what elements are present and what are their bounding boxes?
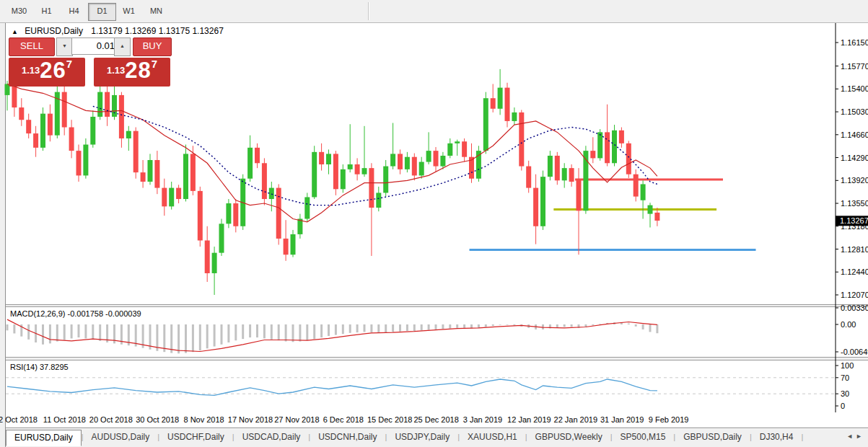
price-tick-label: 1.14660 [841, 130, 868, 139]
symbol-tab-usdchf[interactable]: USDCHF,Daily [159, 430, 232, 445]
candle [341, 169, 346, 189]
date-tick-label: 25 Dec 2018 [413, 415, 458, 424]
candle [562, 168, 567, 180]
candle [605, 132, 610, 163]
volume-increase-button[interactable]: ▲ [114, 37, 131, 56]
tab-scroll-left-icon[interactable]: ◄ [846, 433, 856, 440]
date-tick-label: 11 Oct 2018 [43, 415, 86, 424]
symbol-tab-bar: EURUSD,Daily|AUDUSD,Daily|USDCHF,Daily|U… [6, 428, 868, 447]
candle [304, 197, 310, 218]
candle [90, 117, 95, 145]
candle [634, 174, 639, 197]
candle [390, 154, 395, 166]
date-tick-label: 27 Nov 2018 [274, 415, 319, 424]
macd-tick-label: 0.003306 [841, 304, 868, 312]
candle [312, 152, 317, 198]
candle [612, 130, 617, 163]
symbol-tab-usdcad[interactable]: USDCAD,Daily [234, 430, 309, 445]
candle [462, 141, 467, 156]
candle [97, 92, 102, 117]
date-tick-label: 15 Dec 2018 [367, 415, 412, 424]
candle [162, 188, 167, 207]
rsi-indicator-label: RSI(14) 37.8295 [10, 363, 69, 371]
candle [105, 92, 110, 117]
candle [405, 157, 410, 169]
price-tick-label: 1.12810 [841, 245, 868, 254]
symbol-tab-usdjpy[interactable]: USDJPY,Daily [387, 430, 457, 445]
date-tick-label: 12 Jan 2019 [507, 415, 551, 424]
candle [398, 154, 403, 169]
date-tick-label: 6 Dec 2018 [323, 415, 364, 424]
macd-tick-label: 0.00 [841, 320, 856, 329]
price-tick-label: 1.13920 [841, 176, 868, 185]
candle [619, 130, 624, 143]
rsi-tick-label: 70 [841, 373, 849, 382]
candle [434, 151, 439, 166]
candle [112, 95, 117, 117]
symbol-tab-eurusd[interactable]: EURUSD,Daily [6, 430, 82, 446]
candle [319, 152, 324, 164]
price-tick-label: 1.12440 [841, 267, 868, 276]
symbol-tab-gbpusd[interactable]: GBPUSD,Daily [675, 430, 750, 445]
candle [498, 88, 503, 109]
candle [141, 172, 146, 182]
candle [590, 151, 595, 158]
candle [383, 167, 388, 193]
buy-price-box[interactable]: 1.13287 [94, 58, 170, 87]
price-tick-label: 1.15400 [841, 84, 868, 93]
sell-button[interactable]: SELL [9, 37, 55, 56]
symbol-tab-dj30[interactable]: DJ30,H4 [752, 430, 802, 445]
collapse-chart-icon[interactable]: ▲ [12, 28, 18, 35]
candle [62, 92, 67, 128]
candle [205, 241, 210, 273]
tab-separator: | [801, 429, 803, 445]
date-tick-label: 20 Oct 2018 [89, 415, 133, 424]
candle [412, 157, 417, 176]
candle [247, 148, 253, 179]
tab-scroll-arrows[interactable]: ◄► [846, 433, 865, 440]
candle [597, 132, 602, 158]
candle [148, 160, 153, 182]
candle [262, 163, 267, 199]
symbol-tab-gbpusd[interactable]: GBPUSD,Weekly [527, 430, 610, 445]
date-tick-label: 22 Jan 2019 [554, 415, 598, 424]
candle [540, 177, 545, 226]
symbol-tab-xauusd[interactable]: XAUUSD,H1 [460, 430, 525, 445]
candle [284, 239, 289, 255]
candle [369, 168, 374, 208]
chart-header: ▲ EURUSD,Daily 1.13179 1.13269 1.13175 1… [12, 26, 224, 36]
candle [362, 168, 367, 174]
candle [76, 151, 82, 175]
candle [426, 151, 431, 161]
price-tick-label: 1.13550 [841, 199, 868, 208]
symbol-tab-sp500[interactable]: SP500,M15 [613, 430, 674, 445]
candle [519, 112, 524, 167]
date-tick-label: 31 Jan 2019 [600, 415, 644, 424]
candle [455, 141, 460, 143]
symbol-tab-usdcnh[interactable]: USDCNH,Daily [310, 430, 385, 445]
buy-button[interactable]: BUY [133, 37, 172, 56]
tab-scroll-right-icon[interactable]: ► [856, 433, 865, 440]
candle [654, 213, 659, 221]
candle [26, 120, 31, 133]
symbol-tab-audusd[interactable]: AUDUSD,Daily [84, 430, 158, 445]
sell-price-box[interactable]: 1.13267 [9, 58, 85, 87]
price-tick-label: 1.16150 [841, 38, 868, 47]
rsi-tick-label: 30 [841, 389, 849, 398]
candle [447, 143, 452, 156]
candle [154, 160, 159, 188]
candle [198, 191, 203, 241]
buy-price-sup: 7 [152, 58, 157, 70]
date-tick-label: 17 Nov 2018 [228, 415, 273, 424]
candle [577, 180, 582, 211]
chart-ohlc-values: 1.13179 1.13269 1.13175 1.13267 [91, 26, 224, 36]
volume-decrease-button[interactable]: ▼ [56, 37, 73, 56]
candle [333, 154, 338, 189]
candle [119, 95, 124, 138]
candle [183, 154, 188, 199]
sell-price-prefix: 1.13 [22, 65, 40, 76]
candle [133, 131, 139, 172]
volume-input[interactable]: 0.01 [71, 37, 120, 55]
macd-signal-line [7, 319, 657, 351]
macd-indicator-label: MACD(12,26,9) -0.001758 -0.000039 [10, 309, 141, 318]
